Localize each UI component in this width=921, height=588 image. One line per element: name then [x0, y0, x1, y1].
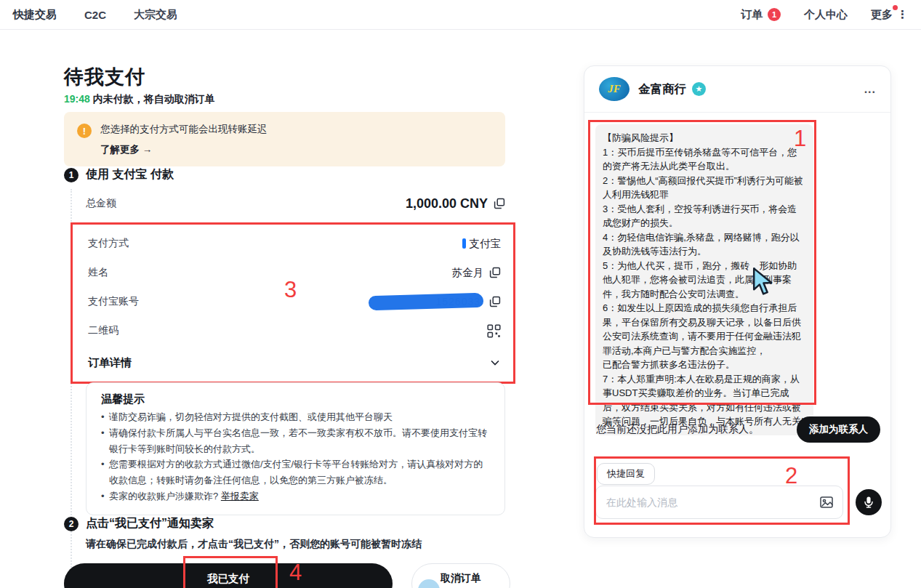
tip-item: 谨防交易诈骗，切勿轻信对方提供的支付截图、或使用其他平台聊天	[101, 409, 490, 425]
copy-account-icon[interactable]	[489, 296, 501, 307]
payment-method-box: 支付方式 支付宝 姓名 苏金月 支付宝账号	[71, 222, 515, 384]
copy-amount-icon[interactable]	[494, 198, 505, 209]
friendly-tips-box: 温馨提示 谨防交易诈骗，切勿轻信对方提供的支付截图、或使用其他平台聊天 请确保付…	[86, 382, 505, 515]
page: 快捷交易 C2C 大宗交易 订单 1 个人中心 更多 ⋮ 待我支付 19:48 …	[0, 0, 921, 588]
tip-item: 卖家的收款账户涉嫌欺诈? 举报卖家	[101, 488, 490, 504]
alipay-account-value-redacted: 1526033	[369, 294, 483, 309]
warning-body: 您选择的支付方式可能会出现转账延迟 了解更多 →	[100, 123, 268, 156]
qr-code-icon[interactable]	[487, 324, 501, 338]
message-input[interactable]	[596, 496, 819, 508]
voice-message-button[interactable]	[856, 489, 882, 515]
nav-item-profile[interactable]: 个人中心	[804, 8, 848, 22]
tips-list: 谨防交易诈骗，切勿轻信对方提供的支付截图、或使用其他平台聊天 请确保付款卡所属人…	[101, 409, 490, 504]
step2-title: 点击“我已支付”通知卖家	[86, 516, 214, 531]
step1-number-icon: 1	[64, 168, 79, 182]
chat-menu-icon[interactable]: ...	[864, 88, 876, 91]
more-menu-icon: ⋮	[897, 8, 908, 21]
nav-item-c2c[interactable]: C2C	[84, 9, 106, 21]
chat-panel: JF 金富商行 ★ ... 【防骗风险提示】 1：买币后提币至传销杀猪盘等不可信…	[584, 65, 891, 538]
step1-title: 使用 支付宝 付款	[86, 167, 174, 182]
verified-badge-icon: ★	[692, 82, 706, 96]
orders-count-badge: 1	[768, 8, 781, 21]
qr-code-label: 二维码	[88, 324, 118, 337]
copy-name-icon[interactable]	[489, 267, 501, 278]
order-details-label: 订单详情	[88, 356, 132, 370]
countdown-text: 内未付款，将自动取消订单	[90, 93, 215, 105]
top-navigation: 快捷交易 C2C 大宗交易 订单 1 个人中心 更多 ⋮	[0, 0, 921, 30]
report-seller-link[interactable]: 举报卖家	[221, 491, 259, 502]
action-buttons-row: 我已支付 取消订单	[64, 563, 510, 588]
avatar-initials: JF	[608, 83, 621, 95]
annotation-number-4: 4	[289, 560, 302, 586]
nav-item-quick-trade[interactable]: 快捷交易	[13, 8, 57, 22]
merchant-avatar[interactable]: JF	[599, 77, 630, 101]
payment-method-row: 支付方式 支付宝	[88, 229, 501, 258]
tips-title: 温馨提示	[101, 392, 490, 406]
redaction-scribble	[369, 293, 483, 310]
i-have-paid-button[interactable]: 我已支付	[64, 563, 393, 588]
payee-name-value: 苏金月	[452, 266, 484, 280]
contact-notice-text: 您当前还没把此用户添加为联系人。	[596, 423, 759, 436]
merchant-name: 金富商行	[638, 81, 686, 97]
total-amount-value: 1,000.00 CNY	[406, 196, 488, 212]
order-payment-section: 待我支付 19:48 内未付款，将自动取消订单 ! 您选择的支付方式可能会出现转…	[64, 64, 505, 90]
warning-text: 您选择的支付方式可能会出现转账延迟	[100, 123, 268, 136]
tip-item: 请确保付款卡所属人与平台实名信息一致，若不一致卖家有权不放币。请不要使用支付宝转…	[101, 425, 490, 457]
annotation-number-2: 2	[785, 463, 797, 489]
notification-dot	[893, 5, 898, 10]
countdown-timer: 19:48	[64, 93, 90, 105]
chevron-down-icon	[489, 357, 501, 368]
attach-image-icon[interactable]	[819, 495, 834, 510]
step2-header: 2 点击“我已支付”通知卖家	[64, 516, 214, 531]
payment-fields: 总金额 1,000.00 CNY 支付方式 支付宝 姓名	[86, 192, 505, 384]
microphone-icon	[862, 496, 875, 509]
nav-item-more[interactable]: 更多 ⋮	[871, 8, 908, 22]
nav-right: 订单 1 个人中心 更多 ⋮	[741, 8, 908, 22]
more-label: 更多	[871, 8, 893, 22]
add-contact-button[interactable]: 添加为联系人	[797, 416, 880, 443]
qr-code-row: 二维码	[88, 316, 501, 345]
total-amount-label: 总金额	[86, 197, 116, 210]
nav-left: 快捷交易 C2C 大宗交易	[13, 8, 177, 22]
alipay-icon	[462, 238, 466, 249]
nav-item-orders[interactable]: 订单 1	[741, 8, 781, 22]
quick-reply-button[interactable]: 快捷回复	[597, 463, 655, 485]
order-details-toggle[interactable]: 订单详情	[88, 350, 501, 376]
nav-item-block-trade[interactable]: 大宗交易	[134, 8, 177, 22]
annotation-number-3: 3	[284, 277, 297, 303]
annotation-number-1: 1	[794, 126, 806, 152]
step2-number-icon: 2	[64, 517, 79, 531]
message-input-container	[595, 486, 843, 519]
add-contact-row: 您当前还没把此用户添加为联系人。 添加为联系人	[596, 416, 880, 443]
total-amount-row: 总金额 1,000.00 CNY	[86, 192, 505, 215]
fraud-question: 卖家的收款账户涉嫌欺诈?	[109, 491, 221, 502]
learn-more-link[interactable]: 了解更多 →	[100, 143, 268, 156]
orders-label: 订单	[741, 8, 763, 22]
merchant-message-bubble: 【防骗风险提示】 1：买币后提币至传销杀猪盘等不可信平台，您的资产将无法从此类平…	[595, 124, 813, 435]
alipay-account-label: 支付宝账号	[88, 295, 139, 308]
step1-header: 1 使用 支付宝 付款	[64, 167, 174, 182]
payee-name-label: 姓名	[88, 266, 108, 279]
payment-delay-warning-banner: ! 您选择的支付方式可能会出现转账延迟 了解更多 →	[64, 112, 505, 166]
warning-icon: !	[77, 124, 92, 138]
payment-method-label: 支付方式	[88, 237, 129, 250]
payment-method-value: 支付宝	[470, 237, 502, 251]
page-title: 待我支付	[64, 64, 505, 90]
chat-header: JF 金富商行 ★ ...	[584, 66, 890, 113]
step2-subtitle: 请在确保已完成付款后，才点击“我已支付”，否则您的账号可能被暂时冻结	[86, 538, 422, 551]
tip-item: 您需要根据对方的收款方式通过微信/支付宝/银行卡等平台转账给对方，请认真核对对方…	[101, 456, 490, 488]
countdown-line: 19:48 内未付款，将自动取消订单	[64, 93, 215, 106]
